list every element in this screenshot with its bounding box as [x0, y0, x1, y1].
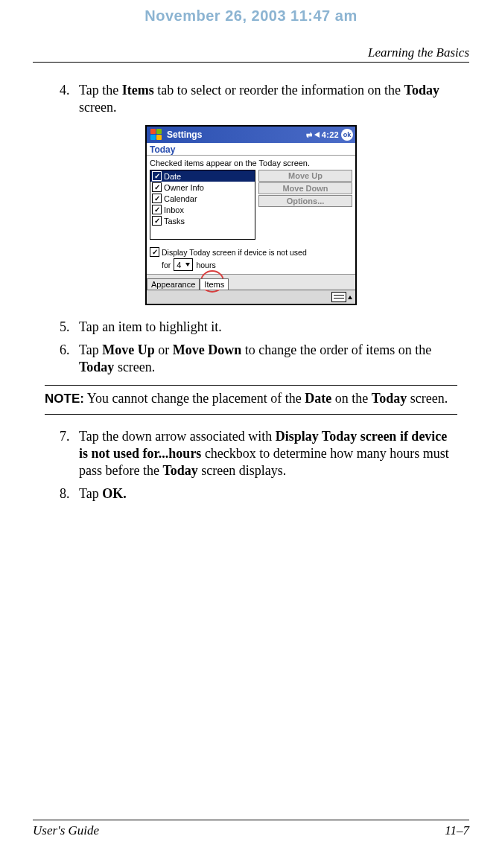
chevron-up-icon[interactable]: [348, 296, 352, 299]
chevron-down-icon: [185, 263, 190, 267]
text: Tap: [79, 342, 102, 357]
settings-subtitle: Today: [147, 143, 355, 156]
step-6: Tap Move Up or Move Down to change the o…: [79, 342, 457, 376]
options-button[interactable]: Options...: [258, 195, 352, 207]
move-down-button[interactable]: Move Down: [258, 182, 352, 194]
items-listbox[interactable]: ✓Date ✓Owner Info ✓Calendar ✓Inbox ✓Task…: [150, 170, 255, 240]
text-bold: OK.: [102, 486, 127, 501]
page-footer: User's Guide 11–7: [33, 820, 469, 838]
step-8: Tap OK.: [79, 485, 457, 502]
text: screen.: [114, 360, 155, 374]
list-item[interactable]: ✓Owner Info: [150, 182, 255, 193]
tab-items[interactable]: Items: [200, 278, 229, 290]
note-label: NOTE:: [45, 392, 84, 406]
checkbox-icon[interactable]: ✓: [152, 216, 162, 226]
list-item-label: Date: [164, 172, 181, 181]
list-item-label: Inbox: [164, 205, 184, 214]
note-block: NOTE: You cannot change the placement of…: [45, 385, 457, 414]
checkbox-icon[interactable]: ✓: [152, 171, 162, 181]
text: to change the order of items on the: [241, 342, 431, 357]
move-up-button[interactable]: Move Up: [258, 170, 352, 182]
hours-dropdown[interactable]: 4: [174, 258, 193, 271]
text: tab to select or reorder the information…: [154, 83, 404, 98]
checkbox-icon[interactable]: ✓: [152, 182, 162, 192]
speaker-icon: [314, 132, 320, 138]
checkbox-icon[interactable]: ✓: [152, 205, 162, 214]
text: Tap the: [79, 83, 122, 98]
instruction-text: Checked items appear on the Today screen…: [150, 159, 352, 167]
display-today-label: Display Today screen if device is not us…: [162, 248, 307, 257]
start-icon: [149, 127, 164, 142]
text-bold: Move Down: [173, 342, 242, 357]
hours-label: hours: [196, 261, 215, 269]
footer-right: 11–7: [445, 823, 469, 838]
keyboard-icon[interactable]: [331, 292, 346, 302]
device-screenshot: Settings ⇄ 4:22 ok Today Checked items a…: [145, 125, 357, 305]
side-buttons: Move Up Move Down Options...: [258, 170, 352, 240]
text: Tap the down arrow associated with: [79, 429, 276, 444]
list-item-label: Owner Info: [164, 183, 204, 192]
device-titlebar: Settings ⇄ 4:22 ok: [147, 127, 355, 143]
header-rule: [33, 62, 469, 63]
text-bold: Today: [404, 83, 439, 98]
ok-button[interactable]: ok: [341, 129, 353, 141]
page-timestamp: November 26, 2003 11:47 am: [0, 0, 502, 25]
status-icons: ⇄ 4:22 ok: [306, 129, 355, 141]
checkbox-icon[interactable]: ✓: [150, 247, 159, 257]
display-today-checkbox-row: ✓ Display Today screen if device is not …: [150, 247, 352, 257]
text: screen displays.: [198, 463, 286, 478]
text-bold: Today: [162, 463, 197, 478]
bottom-bar: [147, 290, 355, 304]
list-item[interactable]: ✓Date: [150, 170, 255, 182]
step-list-part2: Tap an item to highlight it. Tap Move Up…: [45, 319, 457, 376]
list-item-label: Calendar: [164, 194, 197, 203]
clock-text: 4:22: [322, 130, 339, 139]
footer-left: User's Guide: [33, 823, 99, 838]
text-bold: Today: [79, 360, 114, 374]
section-title: Learning the Basics: [0, 45, 502, 62]
hours-row: for 4 hours: [150, 258, 352, 271]
step-list-part3: Tap the down arrow associated with Displ…: [45, 428, 457, 502]
connectivity-icon: ⇄: [306, 131, 312, 139]
text: You cannot change the placement of the: [84, 391, 305, 406]
text: on the: [331, 391, 372, 406]
list-item[interactable]: ✓Tasks: [150, 215, 255, 226]
list-item-label: Tasks: [164, 217, 185, 226]
step-list-part1: Tap the Items tab to select or reorder t…: [45, 82, 457, 116]
device-body: Checked items appear on the Today screen…: [147, 156, 355, 274]
tab-bar: Appearance Items: [147, 274, 355, 290]
step-7: Tap the down arrow associated with Displ…: [79, 428, 457, 479]
titlebar-text: Settings: [167, 130, 306, 140]
hours-value: 4: [177, 261, 181, 269]
checkbox-icon[interactable]: ✓: [152, 194, 162, 203]
text-bold: Move Up: [102, 342, 155, 357]
text: screen.: [79, 100, 116, 115]
text-bold: Today: [372, 391, 407, 406]
text-bold: Date: [305, 391, 331, 406]
text-bold: Items: [122, 83, 154, 98]
list-item[interactable]: ✓Inbox: [150, 204, 255, 215]
text: screen.: [407, 391, 448, 406]
text: or: [155, 342, 173, 357]
content-area: Tap the Items tab to select or reorder t…: [45, 82, 457, 502]
for-label: for: [162, 261, 171, 269]
list-item[interactable]: ✓Calendar: [150, 193, 255, 204]
step-4: Tap the Items tab to select or reorder t…: [79, 82, 457, 116]
text: Tap: [79, 486, 102, 501]
step-5: Tap an item to highlight it.: [79, 319, 457, 336]
tab-appearance[interactable]: Appearance: [147, 278, 200, 290]
